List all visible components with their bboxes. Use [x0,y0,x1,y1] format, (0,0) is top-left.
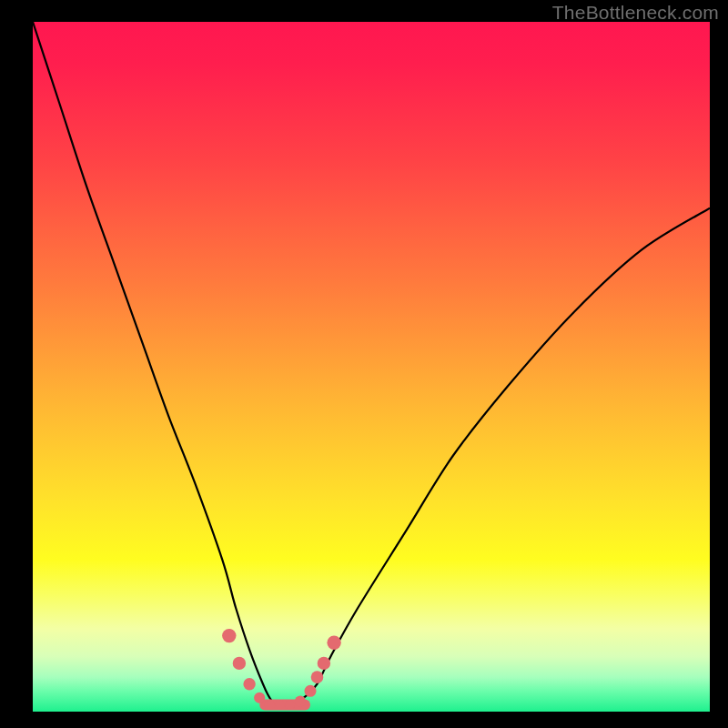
marker-dot [311,671,324,683]
highlighted-points [222,629,341,711]
watermark-text: TheBottleneck.com [552,2,719,24]
marker-dot [295,696,306,707]
marker-dot [276,700,285,709]
marker-dot [327,636,340,650]
marker-dot [305,685,317,697]
marker-dot [233,657,246,670]
marker-dot [285,700,295,710]
marker-dot [265,700,275,710]
curve-svg [33,22,710,712]
plot-area [33,22,710,712]
chart-frame: TheBottleneck.com [0,0,728,728]
marker-dot [318,657,330,670]
bottleneck-curve [33,22,710,705]
marker-dot [254,693,265,703]
marker-dot [243,678,255,690]
marker-dot [222,629,236,642]
